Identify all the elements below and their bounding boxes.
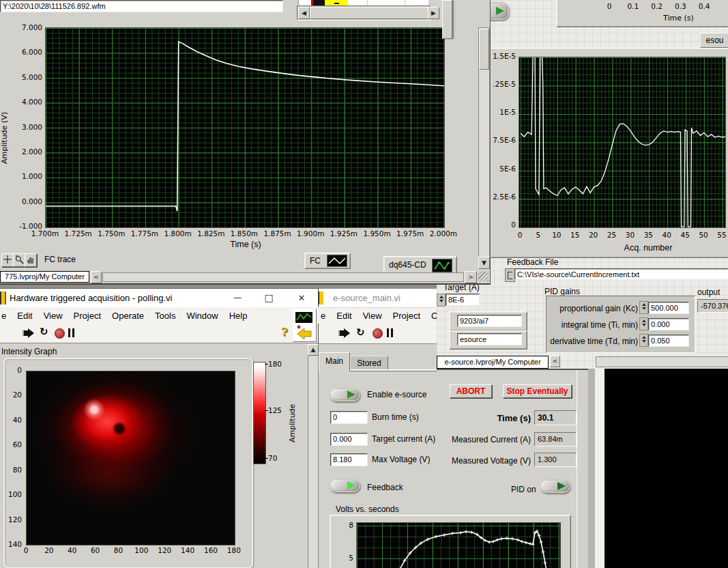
run-continuous-icon[interactable]: ↻	[40, 326, 48, 338]
run-icon[interactable]	[23, 327, 36, 339]
volts-chart-title: Volts vs. seconds	[336, 505, 399, 514]
menu-item[interactable]: Edit	[336, 311, 351, 321]
pid-td-spinner[interactable]	[639, 334, 648, 347]
max-voltage-input[interactable]: 8.180	[330, 453, 368, 466]
maximize-button[interactable]: □	[261, 291, 277, 305]
abort-button[interactable]: ABORT	[450, 384, 492, 398]
menu-item[interactable]: Operate	[112, 311, 144, 321]
channel-input[interactable]: 9203/ai7	[457, 315, 522, 327]
strip-right-edge	[442, 0, 452, 39]
feedback-toggle[interactable]	[330, 479, 360, 492]
menu-item[interactable]: Window	[186, 311, 218, 321]
vi-panel-icon[interactable]	[293, 309, 317, 342]
dq645-legend[interactable]: dq645-CD	[383, 256, 457, 274]
target-spinner[interactable]	[437, 294, 446, 307]
wfm-resize-grip[interactable]	[478, 272, 489, 281]
minimize-button[interactable]: —	[229, 291, 246, 305]
tick-label: 0	[512, 231, 528, 240]
close-button[interactable]: ✕	[293, 291, 310, 305]
tick-label: 55	[714, 231, 728, 240]
device-input[interactable]: esource	[457, 333, 522, 345]
tick-label: 100	[3, 490, 22, 499]
menu-item[interactable]: e	[321, 311, 325, 321]
wfm-status-scroll-left[interactable]: <	[91, 271, 102, 283]
tick-label: 60	[3, 440, 22, 449]
graph-palette-crosshair[interactable]	[1, 253, 14, 267]
pause-icon[interactable]	[68, 328, 75, 337]
volts-plot	[356, 522, 561, 568]
target-current-input[interactable]: 0.000	[330, 433, 368, 446]
menu-item[interactable]: Project	[74, 311, 101, 321]
burn-time-input[interactable]: 0	[330, 411, 368, 424]
acq-chart-yticks: 1.5E-5.25E-51E-57.5E-65E-62.5E-60	[490, 52, 516, 229]
volts-series	[357, 523, 560, 568]
tick-label: 1.750m	[96, 229, 126, 238]
target-input[interactable]: 8E-6	[446, 294, 480, 306]
table-cell-plot	[311, 0, 325, 5]
help-icon[interactable]: ?	[281, 325, 288, 339]
hw-toolbar: ↻ ?	[0, 324, 318, 343]
menu-item[interactable]: Project	[393, 311, 420, 321]
wfm-status: 775.lvproj/My Computer	[0, 271, 89, 283]
wfm-vscroll-thumb[interactable]	[479, 29, 489, 70]
pid-td-input[interactable]: 0.050	[648, 335, 689, 347]
wfm-hscroll-track[interactable]	[102, 272, 464, 282]
tick-label: 1.775m	[130, 229, 160, 238]
enable-esource-toggle[interactable]	[330, 388, 360, 401]
strip-scroll-thumb[interactable]	[310, 7, 428, 19]
feedback-label: Feedback	[367, 483, 403, 492]
path-icon[interactable]	[505, 268, 515, 282]
strip-scrollbar: ◀ ▶	[297, 5, 431, 20]
wfm-file-path[interactable]: Y:\2020\10\28\111526.892.wfm	[0, 0, 283, 12]
stop-icon[interactable]	[55, 328, 65, 339]
stop-icon[interactable]	[373, 328, 383, 339]
dq645-legend-glyph-icon	[432, 259, 452, 272]
enable-esource-led-arrow	[347, 390, 355, 399]
feedback-file-path[interactable]: C:\VIs\e-source\CurrentIncrement.txt	[514, 268, 728, 280]
esource-button-label: esou	[705, 36, 723, 45]
tick-label: 180	[226, 546, 242, 555]
hw-menubar[interactable]: eEditViewProjectOperateToolsWindowHelp	[0, 307, 319, 324]
intensity-xticks: 020406080100120140160180	[18, 546, 242, 555]
menu-item[interactable]: e	[1, 311, 6, 321]
menu-item[interactable]: View	[363, 311, 382, 321]
strip-scroll-left[interactable]: ◀	[298, 7, 310, 19]
wfm-hscroll-right[interactable]: >	[465, 271, 477, 283]
esource-button[interactable]: esou	[700, 33, 728, 48]
graph-palette-zoom[interactable]	[13, 253, 25, 267]
pid-ti-input[interactable]: 0.000	[648, 318, 689, 330]
tick-label: 2.000m	[428, 229, 458, 238]
pause-icon[interactable]	[387, 328, 394, 337]
hw-vscroll-up[interactable]: ▲	[308, 344, 319, 356]
esource-status-scroll-left[interactable]: <	[550, 356, 560, 367]
menu-item[interactable]: Tools	[155, 311, 175, 321]
fc-legend[interactable]: FC	[304, 253, 351, 269]
strip-scroll-right[interactable]: ▶	[428, 7, 439, 19]
pid-kc-input[interactable]: 500.000	[648, 302, 689, 314]
tick-label: 25	[604, 231, 620, 240]
menu-item[interactable]: View	[44, 311, 63, 321]
run-icon[interactable]	[338, 327, 352, 339]
pid-on-toggle[interactable]	[540, 479, 570, 493]
tab-main[interactable]: Main	[319, 352, 350, 371]
hw-vscroll-track[interactable]	[308, 344, 319, 568]
esource-status-scroll-track[interactable]	[596, 356, 728, 367]
intensity-yticks: 020406080100120140	[3, 366, 22, 549]
enable-esource-label: Enable e-source	[367, 390, 426, 399]
menu-item[interactable]: Edit	[17, 311, 32, 321]
acq-chart-xlabel: Acq. number	[600, 243, 696, 253]
run-continuous-icon[interactable]: ↻	[356, 326, 365, 339]
menu-item[interactable]: Help	[229, 311, 248, 321]
colorbar-tick-180: 180	[268, 360, 282, 368]
hw-titlebar[interactable]: Hardware triggered acquisition - polling…	[0, 289, 318, 308]
pid-kc-spinner[interactable]	[639, 301, 648, 314]
tick-label: 1.950m	[362, 229, 392, 238]
wfm-vscroll-down[interactable]: ▼	[478, 257, 490, 269]
pid-gains-label: PID gains	[544, 287, 580, 296]
acq-series	[519, 57, 725, 227]
pid-ti-spinner[interactable]	[639, 317, 648, 330]
stop-eventually-button[interactable]: Stop Eventually	[503, 384, 572, 398]
strip-table[interactable]	[298, 0, 428, 5]
graph-palette-hand[interactable]	[25, 253, 37, 267]
feedback-led-arrow	[347, 481, 355, 489]
